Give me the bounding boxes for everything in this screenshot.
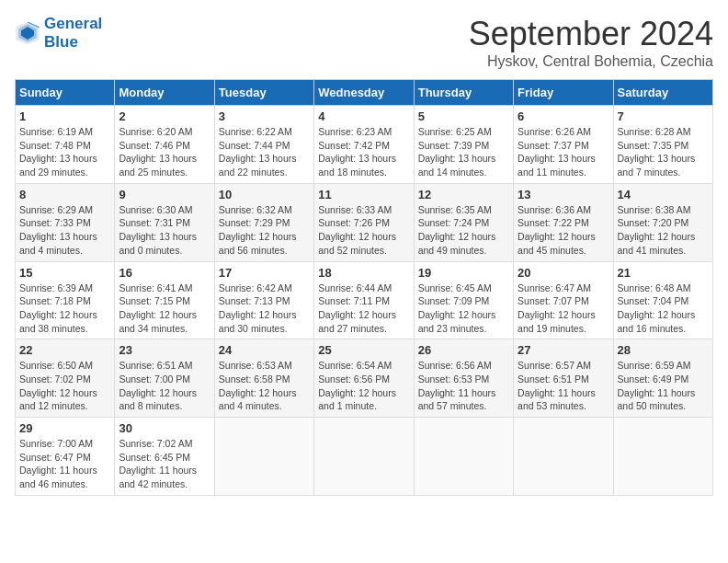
day-cell: 11Sunrise: 6:33 AMSunset: 7:26 PMDayligh… [314, 183, 414, 261]
day-cell [414, 418, 513, 496]
day-detail: Sunrise: 6:36 AMSunset: 7:22 PMDaylight:… [518, 203, 609, 258]
day-cell: 12Sunrise: 6:35 AMSunset: 7:24 PMDayligh… [414, 183, 513, 261]
day-number: 17 [219, 266, 310, 280]
day-cell: 30Sunrise: 7:02 AMSunset: 6:45 PMDayligh… [115, 418, 214, 496]
day-cell: 17Sunrise: 6:42 AMSunset: 7:13 PMDayligh… [214, 261, 313, 339]
calendar-title: September 2024 [469, 15, 713, 53]
day-cell: 27Sunrise: 6:57 AMSunset: 6:51 PMDayligh… [514, 339, 613, 418]
day-detail: Sunrise: 6:59 AMSunset: 6:49 PMDaylight:… [618, 359, 709, 413]
day-detail: Sunrise: 6:51 AMSunset: 7:00 PMDaylight:… [119, 359, 210, 413]
day-cell [214, 418, 313, 496]
column-header-thursday: Thursday [414, 80, 513, 106]
day-detail: Sunrise: 6:57 AMSunset: 6:51 PMDaylight:… [518, 359, 609, 413]
day-cell: 24Sunrise: 6:53 AMSunset: 6:58 PMDayligh… [214, 339, 313, 418]
day-detail: Sunrise: 6:47 AMSunset: 7:07 PMDaylight:… [518, 282, 609, 336]
day-number: 15 [19, 266, 110, 280]
day-number: 28 [618, 343, 709, 357]
day-cell: 13Sunrise: 6:36 AMSunset: 7:22 PMDayligh… [514, 183, 613, 261]
day-cell: 25Sunrise: 6:54 AMSunset: 6:56 PMDayligh… [314, 339, 414, 418]
day-number: 12 [418, 188, 509, 201]
day-number: 8 [19, 188, 110, 201]
day-detail: Sunrise: 6:42 AMSunset: 7:13 PMDaylight:… [219, 282, 310, 336]
calendar-subtitle: Hyskov, Central Bohemia, Czechia [469, 53, 713, 70]
day-detail: Sunrise: 6:20 AMSunset: 7:46 PMDaylight:… [119, 125, 210, 179]
week-row-4: 22Sunrise: 6:50 AMSunset: 7:02 PMDayligh… [16, 339, 713, 418]
column-header-friday: Friday [514, 80, 613, 106]
day-detail: Sunrise: 6:53 AMSunset: 6:58 PMDaylight:… [219, 359, 310, 413]
logo: General Blue [15, 15, 102, 52]
day-cell: 2Sunrise: 6:20 AMSunset: 7:46 PMDaylight… [115, 106, 214, 184]
logo-icon [15, 20, 40, 46]
column-header-monday: Monday [115, 80, 214, 106]
day-number: 18 [318, 266, 409, 280]
day-number: 16 [119, 266, 210, 280]
day-detail: Sunrise: 6:41 AMSunset: 7:15 PMDaylight:… [119, 282, 210, 336]
day-cell: 16Sunrise: 6:41 AMSunset: 7:15 PMDayligh… [115, 261, 214, 339]
day-number: 9 [119, 188, 210, 201]
day-detail: Sunrise: 6:26 AMSunset: 7:37 PMDaylight:… [518, 125, 609, 179]
day-cell: 20Sunrise: 6:47 AMSunset: 7:07 PMDayligh… [514, 261, 613, 339]
day-number: 21 [618, 266, 709, 280]
title-section: September 2024 Hyskov, Central Bohemia, … [469, 15, 713, 70]
day-cell: 10Sunrise: 6:32 AMSunset: 7:29 PMDayligh… [214, 183, 313, 261]
day-detail: Sunrise: 6:38 AMSunset: 7:20 PMDaylight:… [618, 203, 709, 258]
day-cell: 23Sunrise: 6:51 AMSunset: 7:00 PMDayligh… [115, 339, 214, 418]
day-cell: 22Sunrise: 6:50 AMSunset: 7:02 PMDayligh… [16, 339, 115, 418]
day-cell: 14Sunrise: 6:38 AMSunset: 7:20 PMDayligh… [613, 183, 712, 261]
day-detail: Sunrise: 6:32 AMSunset: 7:29 PMDaylight:… [219, 203, 310, 258]
week-row-5: 29Sunrise: 7:00 AMSunset: 6:47 PMDayligh… [16, 418, 713, 496]
day-number: 13 [518, 188, 609, 201]
day-number: 7 [618, 109, 709, 123]
day-number: 11 [318, 188, 409, 201]
column-header-sunday: Sunday [16, 80, 115, 106]
day-cell [613, 418, 712, 496]
day-detail: Sunrise: 6:19 AMSunset: 7:48 PMDaylight:… [19, 125, 110, 179]
column-header-wednesday: Wednesday [314, 80, 414, 106]
day-detail: Sunrise: 6:44 AMSunset: 7:11 PMDaylight:… [318, 282, 409, 336]
day-number: 22 [19, 343, 110, 357]
day-number: 25 [318, 343, 409, 357]
day-number: 20 [518, 266, 609, 280]
day-detail: Sunrise: 6:33 AMSunset: 7:26 PMDaylight:… [318, 203, 409, 258]
day-cell: 4Sunrise: 6:23 AMSunset: 7:42 PMDaylight… [314, 106, 414, 184]
day-number: 19 [418, 266, 509, 280]
logo-text: General Blue [44, 15, 102, 52]
day-number: 10 [219, 188, 310, 201]
day-cell: 15Sunrise: 6:39 AMSunset: 7:18 PMDayligh… [16, 261, 115, 339]
day-number: 29 [19, 421, 110, 435]
day-number: 24 [219, 343, 310, 357]
day-cell: 18Sunrise: 6:44 AMSunset: 7:11 PMDayligh… [314, 261, 414, 339]
week-row-3: 15Sunrise: 6:39 AMSunset: 7:18 PMDayligh… [16, 261, 713, 339]
day-cell [514, 418, 613, 496]
day-cell: 9Sunrise: 6:30 AMSunset: 7:31 PMDaylight… [115, 183, 214, 261]
day-detail: Sunrise: 6:28 AMSunset: 7:35 PMDaylight:… [618, 125, 709, 179]
day-number: 23 [119, 343, 210, 357]
day-number: 2 [119, 109, 210, 123]
day-number: 30 [119, 421, 210, 435]
day-detail: Sunrise: 7:00 AMSunset: 6:47 PMDaylight:… [19, 437, 110, 491]
day-detail: Sunrise: 6:39 AMSunset: 7:18 PMDaylight:… [19, 282, 110, 336]
day-number: 27 [518, 343, 609, 357]
day-detail: Sunrise: 6:48 AMSunset: 7:04 PMDaylight:… [618, 282, 709, 336]
day-cell: 3Sunrise: 6:22 AMSunset: 7:44 PMDaylight… [214, 106, 313, 184]
day-cell: 8Sunrise: 6:29 AMSunset: 7:33 PMDaylight… [16, 183, 115, 261]
day-number: 14 [618, 188, 709, 201]
calendar-table: SundayMondayTuesdayWednesdayThursdayFrid… [15, 79, 713, 496]
day-detail: Sunrise: 6:54 AMSunset: 6:56 PMDaylight:… [318, 359, 409, 413]
day-cell: 28Sunrise: 6:59 AMSunset: 6:49 PMDayligh… [613, 339, 712, 418]
day-cell: 7Sunrise: 6:28 AMSunset: 7:35 PMDaylight… [613, 106, 712, 184]
day-detail: Sunrise: 6:29 AMSunset: 7:33 PMDaylight:… [19, 203, 110, 258]
column-header-saturday: Saturday [613, 80, 712, 106]
day-cell: 1Sunrise: 6:19 AMSunset: 7:48 PMDaylight… [16, 106, 115, 184]
week-row-1: 1Sunrise: 6:19 AMSunset: 7:48 PMDaylight… [16, 106, 713, 184]
day-number: 1 [19, 109, 110, 123]
day-detail: Sunrise: 6:30 AMSunset: 7:31 PMDaylight:… [119, 203, 210, 258]
day-detail: Sunrise: 6:50 AMSunset: 7:02 PMDaylight:… [19, 359, 110, 413]
day-number: 4 [318, 109, 409, 123]
day-detail: Sunrise: 6:56 AMSunset: 6:53 PMDaylight:… [418, 359, 509, 413]
day-number: 3 [219, 109, 310, 123]
day-detail: Sunrise: 6:35 AMSunset: 7:24 PMDaylight:… [418, 203, 509, 258]
day-cell: 6Sunrise: 6:26 AMSunset: 7:37 PMDaylight… [514, 106, 613, 184]
day-cell: 21Sunrise: 6:48 AMSunset: 7:04 PMDayligh… [613, 261, 712, 339]
day-detail: Sunrise: 6:23 AMSunset: 7:42 PMDaylight:… [318, 125, 409, 179]
